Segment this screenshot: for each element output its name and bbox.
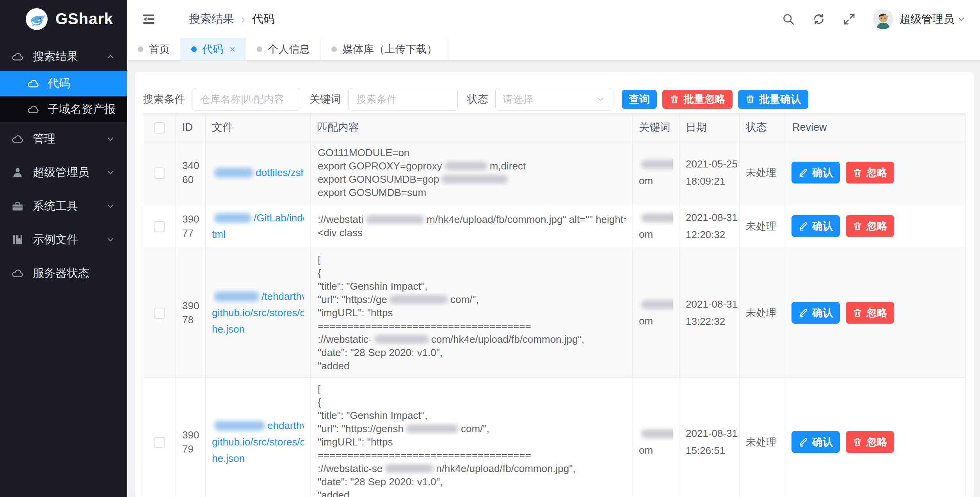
sidebar-item-manage[interactable]: 管理 (0, 122, 127, 156)
ignore-button[interactable]: 忽略 (846, 162, 894, 183)
status-label: 状态 (467, 92, 488, 106)
toolbox-icon (11, 200, 24, 213)
cell-date: 2021-08-3115:26:51 (679, 378, 740, 497)
redacted-blur (385, 464, 434, 473)
line: github.io/src/stores/cac (212, 305, 304, 321)
edit-icon (798, 167, 808, 178)
batch-ignore-button[interactable]: 批量忽略 (662, 90, 733, 109)
line: "added (318, 488, 626, 497)
confirm-button[interactable]: 确认 (791, 431, 840, 453)
sidebar-item-label: 子域名资产报告 (48, 102, 116, 117)
user-menu-label[interactable]: 超级管理员 (900, 12, 954, 27)
line: ehdarthvid. (212, 417, 304, 434)
confirm-button[interactable]: 确认 (791, 302, 840, 324)
table-body: 34060dotfiles/zshrcGO111MODULE=onexport … (143, 141, 966, 497)
line: export GOSUMDB=sum (318, 186, 626, 199)
trash-icon (852, 308, 863, 318)
sidebar-item-subdomain-report[interactable]: 子域名资产报告 (0, 96, 127, 122)
batch-confirm-button[interactable]: 批量确认 (738, 90, 808, 109)
status-text: 未处理 (746, 167, 776, 178)
cloud-icon (27, 77, 40, 90)
search-condition-input[interactable] (192, 88, 300, 110)
cell-date: 2021-08-3113:22:32 (679, 248, 740, 378)
column-header-date: 日期 (679, 114, 740, 141)
row-checkbox[interactable] (154, 221, 165, 232)
sidebar-item-search-results[interactable]: 搜索结果 (0, 43, 127, 71)
trash-icon (669, 94, 679, 104)
tab-profile[interactable]: 个人信息 (246, 38, 321, 60)
tab-label: 媒体库（上传下载） (342, 42, 437, 56)
redacted-blur (406, 424, 459, 433)
line: "date": "28 Sep 2020: v1.0", (318, 475, 626, 488)
cell-review: 确认忽略 (786, 248, 966, 378)
results-table: ID 文件 匹配内容 关键词 日期 状态 Review 34060dotfile… (143, 113, 966, 497)
row-checkbox[interactable] (154, 167, 165, 179)
cell-status: 未处理 (740, 248, 786, 378)
file-link[interactable]: ehdarthvid.github.io/src/stores/cache.js… (212, 417, 304, 467)
sidebar-item-system-tools[interactable]: 系统工具 (0, 189, 127, 223)
cell-keyword: om (633, 378, 679, 497)
text-segment: ==================================== (318, 449, 531, 461)
sidebar-item-super-admin[interactable]: 超级管理员 (0, 156, 127, 189)
row-checkbox[interactable] (154, 437, 165, 448)
keyword-input[interactable] (348, 88, 458, 110)
text-segment: "url": "https://gensh (318, 423, 404, 435)
id-line: 60 (182, 173, 199, 187)
status-select[interactable]: 请选择 (495, 88, 612, 110)
status-text: 未处理 (746, 220, 776, 232)
cell-checkbox (143, 248, 176, 378)
tab-code[interactable]: 代码 × (181, 38, 246, 60)
file-link[interactable]: /tehdarthvid.github.io/src/stores/cache.… (212, 288, 304, 337)
text-segment: dotfiles/zshrc (256, 167, 304, 178)
confirm-button[interactable]: 确认 (791, 215, 840, 237)
cell-status: 未处理 (740, 378, 786, 497)
line: ://webstatic-sen/hk4e/upload/fb/common.j… (318, 462, 626, 475)
search-icon[interactable] (782, 12, 795, 26)
select-all-checkbox[interactable] (154, 122, 165, 134)
table-row: 39079ehdarthvid.github.io/src/stores/cac… (143, 378, 966, 497)
text-segment: n/hk4e/upload/fb/common.jpg", (436, 463, 576, 474)
ignore-button[interactable]: 忽略 (846, 215, 894, 237)
line: "title": "Genshin Impact", (318, 409, 626, 422)
breadcrumb-item[interactable]: 搜索结果 (189, 11, 234, 27)
cell-checkbox (143, 204, 176, 248)
confirm-button[interactable]: 确认 (791, 162, 840, 183)
text-segment: om (639, 228, 653, 240)
cell-date: 2021-08-3112:20:32 (679, 204, 740, 248)
chevron-up-icon (105, 52, 116, 62)
ignore-button[interactable]: 忽略 (846, 302, 894, 324)
sidebar-item-example-files[interactable]: 示例文件 (0, 223, 127, 257)
column-header-id: ID (176, 114, 206, 141)
id-line: 390 (182, 428, 199, 442)
sidebar-item-server-status[interactable]: 服务器状态 (0, 257, 127, 290)
avatar[interactable] (873, 9, 893, 29)
line: om (639, 442, 673, 458)
trash-icon (852, 167, 863, 178)
refresh-icon[interactable] (812, 12, 825, 26)
tab-home[interactable]: 首页 (127, 38, 181, 60)
edit-icon (798, 221, 808, 231)
line: [ (318, 382, 626, 395)
sidebar-menu: 搜索结果 代码 子域名资产报告 管理 超级管理员 系统工具 (0, 38, 127, 290)
file-link[interactable]: /GitLab/index.html (212, 210, 304, 242)
line (639, 426, 673, 442)
ignore-button[interactable]: 忽略 (846, 431, 894, 453)
query-button[interactable]: 查询 (622, 90, 657, 109)
tab-media-library[interactable]: 媒体库（上传下载） (321, 38, 448, 60)
line: ==================================== (318, 319, 626, 333)
chevron-down-icon (105, 134, 116, 144)
sidebar-item-label: 系统工具 (33, 198, 105, 214)
sidebar-fold-icon[interactable] (141, 12, 156, 27)
text-segment: export GOSUMDB=sum (318, 187, 426, 198)
line: [ (318, 253, 626, 266)
app-title: GShark (55, 10, 113, 28)
text-segment: { (318, 396, 321, 408)
row-checkbox[interactable] (154, 308, 165, 319)
caret-down-icon[interactable] (957, 14, 966, 24)
fullscreen-icon[interactable] (843, 12, 856, 26)
cell-checkbox (143, 141, 176, 204)
close-icon[interactable]: × (229, 44, 235, 54)
column-header-status: 状态 (740, 114, 786, 141)
sidebar-item-code[interactable]: 代码 (0, 71, 127, 96)
file-link[interactable]: dotfiles/zshrc (212, 164, 304, 181)
